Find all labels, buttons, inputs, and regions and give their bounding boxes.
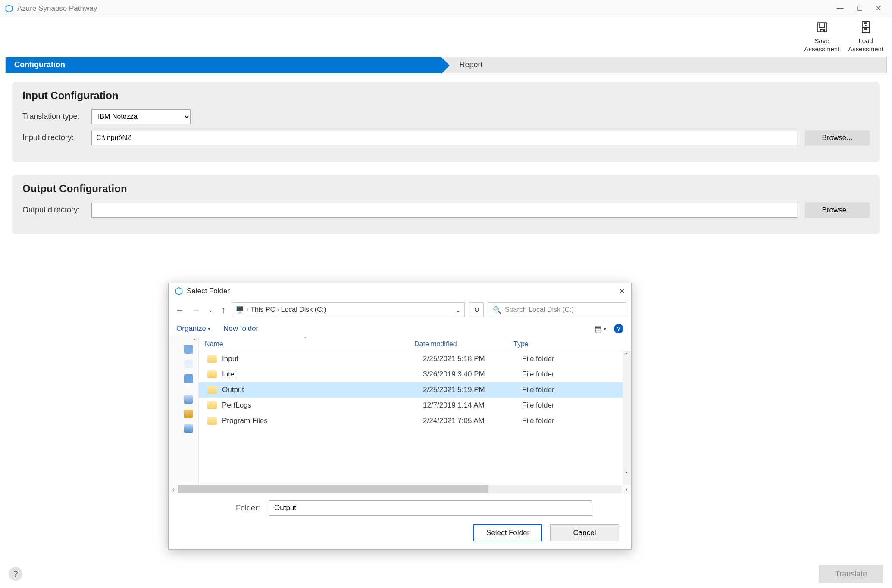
tab-configuration-label: Configuration <box>14 60 65 69</box>
folder-name: Program Files <box>222 417 423 425</box>
hscroll-left[interactable]: ‹ <box>169 486 178 493</box>
select-folder-button[interactable]: Select Folder <box>473 524 542 541</box>
output-browse-button[interactable]: Browse... <box>805 202 870 218</box>
dialog-buttons: Select Folder Cancel <box>177 524 623 541</box>
dialog-close-button[interactable]: ✕ <box>619 286 625 296</box>
folder-row[interactable]: Input2/25/2021 5:18 PMFile folder <box>199 351 631 367</box>
folder-icon <box>207 355 217 363</box>
save-label: SaveAssessment <box>804 37 840 53</box>
chevron-icon: › <box>277 306 279 314</box>
app-title: Azure Synapse Pathway <box>17 4 97 13</box>
nav-up-button[interactable]: ↑ <box>219 305 227 315</box>
translate-button[interactable]: Translate <box>819 565 883 583</box>
select-folder-dialog: Select Folder ✕ ← → ⌄ ↑ 🖥️ › This PC › L… <box>168 283 632 550</box>
input-browse-button[interactable]: Browse... <box>805 130 870 146</box>
app-icon <box>4 4 14 13</box>
save-icon: 🖫 <box>815 21 828 35</box>
dialog-toolbar: Organize ▾ New folder ▤ ▾ ? <box>169 320 631 337</box>
folder-icon <box>207 417 217 425</box>
input-directory-field[interactable] <box>91 131 797 145</box>
search-icon: 🔍 <box>493 306 501 314</box>
breadcrumb-this-pc[interactable]: This PC <box>250 306 275 314</box>
folder-type: File folder <box>522 370 631 379</box>
step-tabs: Configuration Report <box>5 57 887 73</box>
horizontal-scrollbar[interactable]: ‹ › <box>169 485 631 494</box>
translation-type-label: Translation type: <box>22 112 91 121</box>
folder-icon <box>207 401 217 409</box>
folder-label: Folder: <box>177 504 263 513</box>
folder-row[interactable]: PerfLogs12/7/2019 1:14 AMFile folder <box>199 398 631 413</box>
folder-icon <box>207 370 217 378</box>
sort-indicator-icon: ˆ <box>304 337 306 343</box>
dialog-sidebar[interactable]: ⌃ <box>169 337 199 485</box>
dialog-help-button[interactable]: ? <box>614 324 623 333</box>
vertical-scrollbar[interactable] <box>623 351 631 485</box>
dialog-footer: Folder: Select Folder Cancel <box>169 494 631 549</box>
file-rows: Input2/25/2021 5:18 PMFile folderIntel3/… <box>199 351 631 429</box>
footer: ? Translate <box>0 560 892 588</box>
chevron-icon: › <box>247 306 249 314</box>
breadcrumb-drive[interactable]: Local Disk (C:) <box>281 306 326 314</box>
folder-icon <box>207 386 217 394</box>
close-button[interactable]: ✕ <box>876 4 881 12</box>
folder-date: 2/24/2021 7:05 AM <box>423 417 522 425</box>
maximize-button[interactable]: ☐ <box>857 4 863 12</box>
refresh-button[interactable]: ↻ <box>469 302 484 317</box>
top-toolbar: 🖫 SaveAssessment 🗄 LoadAssessment <box>0 17 892 55</box>
hscroll-right[interactable]: › <box>622 486 631 493</box>
folder-name: Output <box>222 386 423 394</box>
cancel-button[interactable]: Cancel <box>550 524 619 541</box>
new-folder-button[interactable]: New folder <box>223 324 258 333</box>
load-assessment-button[interactable]: 🗄 LoadAssessment <box>848 21 883 53</box>
folder-name-field[interactable] <box>269 500 592 516</box>
chevron-down-icon: ▾ <box>208 326 210 332</box>
input-directory-label: Input directory: <box>22 133 91 142</box>
output-configuration-panel: Output Configuration Output directory: B… <box>12 175 880 234</box>
column-headers: Name Date modified Type <box>199 337 631 351</box>
folder-type: File folder <box>522 355 631 363</box>
nav-history-dropdown[interactable]: ⌄ <box>207 306 215 313</box>
translation-type-row: Translation type: IBM Netezza <box>22 109 870 124</box>
load-icon: 🗄 <box>859 21 872 35</box>
tab-report-label: Report <box>460 60 483 69</box>
view-mode-button[interactable]: ▤ ▾ <box>595 324 606 333</box>
folder-date: 2/25/2021 5:18 PM <box>423 355 522 363</box>
file-list-pane: ˆ Name Date modified Type Input2/25/2021… <box>199 337 631 485</box>
translation-type-select[interactable]: IBM Netezza <box>91 109 191 124</box>
organize-label: Organize <box>176 324 206 333</box>
folder-name: PerfLogs <box>222 401 423 410</box>
address-dropdown-icon[interactable]: ⌄ <box>455 306 461 314</box>
tab-report[interactable]: Report <box>441 57 887 73</box>
folder-row[interactable]: Program Files2/24/2021 7:05 AMFile folde… <box>199 413 631 429</box>
address-bar[interactable]: 🖥️ › This PC › Local Disk (C:) ⌄ <box>232 302 465 317</box>
output-config-heading: Output Configuration <box>22 183 870 195</box>
nav-back-button[interactable]: ← <box>174 305 186 315</box>
output-directory-label: Output directory: <box>22 205 91 215</box>
dialog-nav-bar: ← → ⌄ ↑ 🖥️ › This PC › Local Disk (C:) ⌄… <box>169 299 631 320</box>
folder-type: File folder <box>522 417 631 425</box>
search-field[interactable]: 🔍 Search Local Disk (C:) <box>488 302 626 317</box>
organize-menu[interactable]: Organize ▾ <box>176 324 210 333</box>
main-content: Input Configuration Translation type: IB… <box>0 73 892 256</box>
dialog-body: ⌃ ˆ Name Date modified Type Input2/25/20… <box>169 337 631 485</box>
folder-row[interactable]: Output2/25/2021 5:19 PMFile folder <box>199 382 631 398</box>
tab-configuration[interactable]: Configuration <box>6 57 441 73</box>
output-directory-field[interactable] <box>91 203 797 218</box>
dialog-title-bar: Select Folder ✕ <box>169 283 631 299</box>
folder-type: File folder <box>522 401 631 410</box>
help-button[interactable]: ? <box>9 567 22 581</box>
search-placeholder: Search Local Disk (C:) <box>505 306 574 314</box>
save-assessment-button[interactable]: 🖫 SaveAssessment <box>804 21 840 53</box>
dialog-app-icon <box>175 287 183 296</box>
svg-marker-1 <box>176 287 182 295</box>
this-pc-icon: 🖥️ <box>235 306 244 314</box>
input-configuration-panel: Input Configuration Translation type: IB… <box>12 82 880 162</box>
column-name[interactable]: Name <box>199 337 414 351</box>
column-date-modified[interactable]: Date modified <box>414 337 513 351</box>
folder-row[interactable]: Intel3/26/2019 3:40 PMFile folder <box>199 367 631 382</box>
minimize-button[interactable]: — <box>837 4 844 12</box>
sidebar-scroll-up[interactable]: ⌃ <box>192 338 197 344</box>
nav-forward-button[interactable]: → <box>190 305 202 315</box>
svg-marker-0 <box>6 5 13 12</box>
column-type[interactable]: Type <box>513 337 631 351</box>
